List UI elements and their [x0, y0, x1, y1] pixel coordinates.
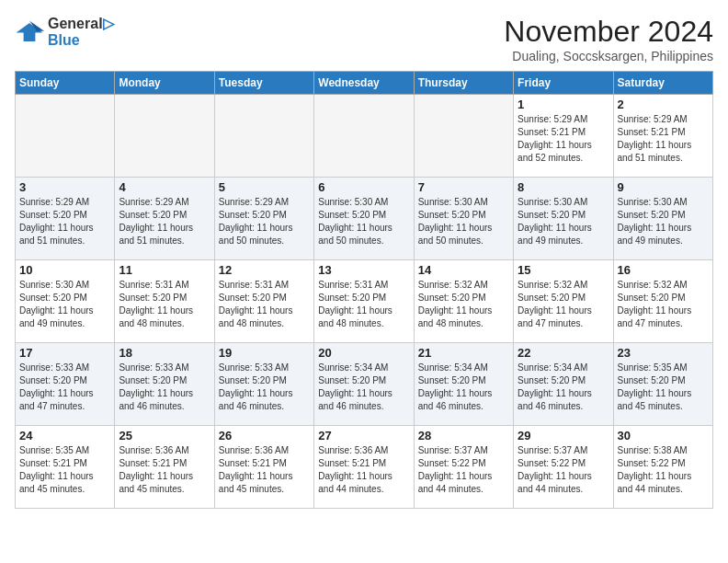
- day-number: 8: [518, 180, 609, 194]
- calendar-cell: 25Sunrise: 5:36 AMSunset: 5:21 PMDayligh…: [115, 426, 214, 509]
- day-info: Sunrise: 5:30 AMSunset: 5:20 PMDaylight:…: [518, 196, 609, 247]
- day-number: 16: [618, 263, 709, 277]
- day-info: Sunrise: 5:33 AMSunset: 5:20 PMDaylight:…: [119, 362, 210, 413]
- day-number: 18: [119, 346, 210, 360]
- calendar-cell: [115, 95, 214, 178]
- day-info: Sunrise: 5:31 AMSunset: 5:20 PMDaylight:…: [318, 279, 409, 330]
- day-number: 19: [219, 346, 310, 360]
- day-number: 5: [219, 180, 310, 194]
- day-info: Sunrise: 5:30 AMSunset: 5:20 PMDaylight:…: [318, 196, 409, 247]
- day-info: Sunrise: 5:32 AMSunset: 5:20 PMDaylight:…: [518, 279, 609, 330]
- day-info: Sunrise: 5:31 AMSunset: 5:20 PMDaylight:…: [119, 279, 210, 330]
- weekday-header: Friday: [514, 72, 613, 95]
- day-info: Sunrise: 5:34 AMSunset: 5:20 PMDaylight:…: [318, 362, 409, 413]
- day-number: 4: [119, 180, 210, 194]
- calendar-cell: 4Sunrise: 5:29 AMSunset: 5:20 PMDaylight…: [115, 178, 214, 260]
- day-number: 26: [219, 429, 310, 442]
- day-info: Sunrise: 5:38 AMSunset: 5:22 PMDaylight:…: [618, 444, 709, 496]
- day-info: Sunrise: 5:36 AMSunset: 5:21 PMDaylight:…: [119, 444, 210, 496]
- calendar-week-row: 10Sunrise: 5:30 AMSunset: 5:20 PMDayligh…: [16, 260, 713, 343]
- calendar-cell: 29Sunrise: 5:37 AMSunset: 5:22 PMDayligh…: [514, 426, 613, 509]
- day-info: Sunrise: 5:37 AMSunset: 5:22 PMDaylight:…: [518, 444, 609, 496]
- weekday-header: Sunday: [16, 72, 115, 95]
- calendar-cell: 11Sunrise: 5:31 AMSunset: 5:20 PMDayligh…: [115, 260, 214, 343]
- day-number: 15: [518, 263, 609, 277]
- day-info: Sunrise: 5:29 AMSunset: 5:21 PMDaylight:…: [618, 113, 709, 165]
- calendar-week-row: 1Sunrise: 5:29 AMSunset: 5:21 PMDaylight…: [16, 95, 713, 178]
- calendar-table: SundayMondayTuesdayWednesdayThursdayFrid…: [15, 71, 713, 509]
- logo: General▷ Blue: [15, 15, 114, 49]
- day-info: Sunrise: 5:29 AMSunset: 5:21 PMDaylight:…: [518, 113, 609, 165]
- day-info: Sunrise: 5:30 AMSunset: 5:20 PMDaylight:…: [19, 279, 110, 330]
- page-header: General▷ Blue November 2024 Dualing, Soc…: [15, 15, 713, 63]
- calendar-cell: 9Sunrise: 5:30 AMSunset: 5:20 PMDaylight…: [613, 178, 712, 260]
- day-info: Sunrise: 5:35 AMSunset: 5:21 PMDaylight:…: [19, 444, 110, 496]
- calendar-cell: 12Sunrise: 5:31 AMSunset: 5:20 PMDayligh…: [214, 260, 313, 343]
- day-number: 1: [518, 98, 609, 111]
- day-info: Sunrise: 5:32 AMSunset: 5:20 PMDaylight:…: [618, 279, 709, 330]
- day-number: 9: [618, 180, 709, 194]
- weekday-header: Tuesday: [214, 72, 313, 95]
- calendar-cell: 20Sunrise: 5:34 AMSunset: 5:20 PMDayligh…: [314, 343, 414, 426]
- day-info: Sunrise: 5:36 AMSunset: 5:21 PMDaylight:…: [219, 444, 310, 496]
- day-number: 17: [19, 346, 110, 360]
- calendar-cell: [16, 95, 115, 178]
- day-number: 23: [618, 346, 709, 360]
- day-number: 7: [418, 180, 509, 194]
- calendar-cell: 10Sunrise: 5:30 AMSunset: 5:20 PMDayligh…: [16, 260, 115, 343]
- day-number: 14: [418, 263, 509, 277]
- day-info: Sunrise: 5:34 AMSunset: 5:20 PMDaylight:…: [518, 362, 609, 413]
- calendar-cell: 1Sunrise: 5:29 AMSunset: 5:21 PMDaylight…: [514, 95, 613, 178]
- day-number: 27: [318, 429, 409, 442]
- day-info: Sunrise: 5:36 AMSunset: 5:21 PMDaylight:…: [318, 444, 409, 496]
- day-number: 29: [518, 429, 609, 442]
- location: Dualing, Soccsksargen, Philippines: [504, 49, 713, 63]
- calendar-cell: 28Sunrise: 5:37 AMSunset: 5:22 PMDayligh…: [414, 426, 513, 509]
- calendar-cell: 27Sunrise: 5:36 AMSunset: 5:21 PMDayligh…: [314, 426, 414, 509]
- calendar-cell: 6Sunrise: 5:30 AMSunset: 5:20 PMDaylight…: [314, 178, 414, 260]
- day-number: 10: [19, 263, 110, 277]
- weekday-header: Saturday: [613, 72, 712, 95]
- calendar-cell: [414, 95, 513, 178]
- calendar-cell: 8Sunrise: 5:30 AMSunset: 5:20 PMDaylight…: [514, 178, 613, 260]
- day-number: 2: [618, 98, 709, 111]
- day-info: Sunrise: 5:29 AMSunset: 5:20 PMDaylight:…: [119, 196, 210, 247]
- day-number: 22: [518, 346, 609, 360]
- calendar-cell: 14Sunrise: 5:32 AMSunset: 5:20 PMDayligh…: [414, 260, 513, 343]
- calendar-cell: 3Sunrise: 5:29 AMSunset: 5:20 PMDaylight…: [16, 178, 115, 260]
- calendar-cell: 18Sunrise: 5:33 AMSunset: 5:20 PMDayligh…: [115, 343, 214, 426]
- logo-icon: [15, 19, 44, 45]
- weekday-header-row: SundayMondayTuesdayWednesdayThursdayFrid…: [16, 72, 713, 95]
- day-number: 30: [618, 429, 709, 442]
- day-number: 20: [318, 346, 409, 360]
- calendar-cell: [214, 95, 313, 178]
- calendar-cell: [314, 95, 414, 178]
- day-info: Sunrise: 5:35 AMSunset: 5:20 PMDaylight:…: [618, 362, 709, 413]
- weekday-header: Thursday: [414, 72, 513, 95]
- day-info: Sunrise: 5:30 AMSunset: 5:20 PMDaylight:…: [618, 196, 709, 247]
- calendar-cell: 16Sunrise: 5:32 AMSunset: 5:20 PMDayligh…: [613, 260, 712, 343]
- day-info: Sunrise: 5:34 AMSunset: 5:20 PMDaylight:…: [418, 362, 509, 413]
- day-number: 21: [418, 346, 509, 360]
- calendar-cell: 17Sunrise: 5:33 AMSunset: 5:20 PMDayligh…: [16, 343, 115, 426]
- day-info: Sunrise: 5:29 AMSunset: 5:20 PMDaylight:…: [219, 196, 310, 247]
- calendar-cell: 30Sunrise: 5:38 AMSunset: 5:22 PMDayligh…: [613, 426, 712, 509]
- calendar-week-row: 24Sunrise: 5:35 AMSunset: 5:21 PMDayligh…: [16, 426, 713, 509]
- weekday-header: Wednesday: [314, 72, 414, 95]
- day-number: 24: [19, 429, 110, 442]
- calendar-cell: 26Sunrise: 5:36 AMSunset: 5:21 PMDayligh…: [214, 426, 313, 509]
- calendar-cell: 15Sunrise: 5:32 AMSunset: 5:20 PMDayligh…: [514, 260, 613, 343]
- calendar-cell: 19Sunrise: 5:33 AMSunset: 5:20 PMDayligh…: [214, 343, 313, 426]
- day-number: 25: [119, 429, 210, 442]
- calendar-cell: 2Sunrise: 5:29 AMSunset: 5:21 PMDaylight…: [613, 95, 712, 178]
- calendar-cell: 5Sunrise: 5:29 AMSunset: 5:20 PMDaylight…: [214, 178, 313, 260]
- calendar-cell: 23Sunrise: 5:35 AMSunset: 5:20 PMDayligh…: [613, 343, 712, 426]
- day-number: 6: [318, 180, 409, 194]
- day-number: 12: [219, 263, 310, 277]
- svg-marker-0: [17, 23, 43, 41]
- title-area: November 2024 Dualing, Soccsksargen, Phi…: [504, 15, 713, 63]
- weekday-header: Monday: [115, 72, 214, 95]
- day-info: Sunrise: 5:37 AMSunset: 5:22 PMDaylight:…: [418, 444, 509, 496]
- day-number: 11: [119, 263, 210, 277]
- day-info: Sunrise: 5:29 AMSunset: 5:20 PMDaylight:…: [19, 196, 110, 247]
